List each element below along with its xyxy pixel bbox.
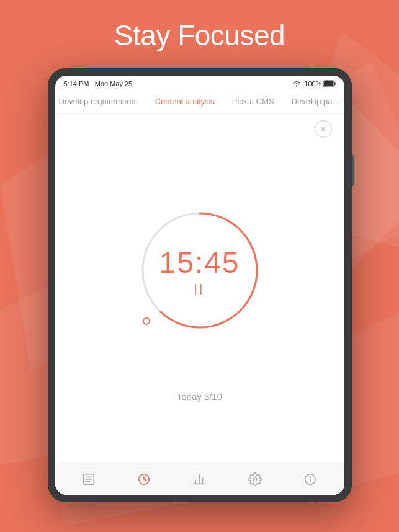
- svg-rect-9: [334, 82, 335, 86]
- tab-pick-cms[interactable]: Pick a CMS: [223, 94, 283, 109]
- status-bar: 5:14 PM Mon May 25 100%: [55, 76, 344, 92]
- svg-rect-10: [324, 81, 333, 86]
- ipad-screen: 5:14 PM Mon May 25 100%: [55, 76, 344, 495]
- svg-point-22: [253, 477, 257, 481]
- bottom-tab-chart[interactable]: [186, 466, 213, 493]
- close-icon: ×: [320, 124, 325, 134]
- page-title: Stay Focused: [0, 19, 399, 52]
- screen-content: × 15:45 || Today 3/10: [55, 114, 344, 439]
- ipad-side-button: [352, 155, 354, 186]
- battery-text: 100%: [304, 80, 321, 87]
- bottom-tab-clock[interactable]: [130, 466, 158, 493]
- status-time: 5:14 PM Mon May 25: [64, 80, 133, 87]
- bottom-tab-bar: [55, 463, 344, 495]
- svg-point-7: [296, 85, 297, 86]
- tab-develop-part2[interactable]: Develop pa…: [283, 94, 344, 109]
- top-tab-bar: Develop requirements Content analysis Pi…: [55, 92, 344, 114]
- time-text: 5:14 PM: [64, 80, 89, 87]
- today-count: Today 3/10: [177, 391, 222, 402]
- timer-display: 15:45: [159, 246, 240, 280]
- wifi-icon: [292, 79, 302, 88]
- battery-indicator: 100%: [304, 80, 335, 87]
- ipad-device: 5:14 PM Mon May 25 100%: [48, 68, 352, 502]
- timer-container: 15:45 ||: [138, 208, 262, 332]
- status-right: 100%: [292, 79, 335, 88]
- close-button[interactable]: ×: [315, 120, 332, 138]
- tab-content-analysis[interactable]: Content analysis: [146, 94, 223, 109]
- bottom-tab-info[interactable]: [297, 466, 324, 493]
- bottom-tab-settings[interactable]: [241, 466, 269, 493]
- tab-develop-requirements[interactable]: Develop requirements: [55, 94, 146, 109]
- timer-drag-handle[interactable]: [143, 317, 150, 325]
- pause-icon[interactable]: ||: [194, 282, 205, 295]
- date-text: Mon May 25: [95, 80, 133, 87]
- bottom-tab-list[interactable]: [75, 466, 102, 493]
